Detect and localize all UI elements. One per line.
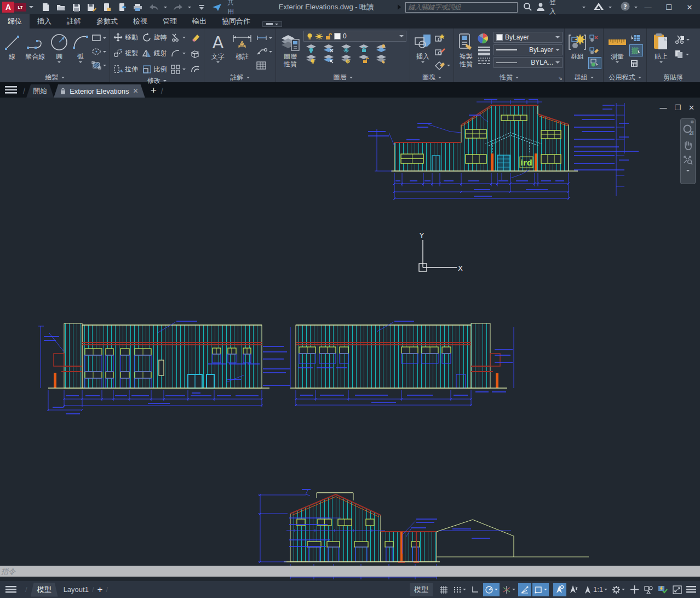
file-tab-document[interactable]: Exterior Elevations ✕ (54, 84, 145, 98)
layer-unisolate-icon[interactable] (323, 55, 334, 64)
panel-annotate-label[interactable]: 註解 (204, 73, 276, 82)
fillet-button[interactable] (171, 47, 187, 60)
color-combo[interactable]: ByLayer (494, 32, 563, 43)
erase-button[interactable] (190, 31, 201, 44)
new-drawing-tab-button[interactable]: + (151, 84, 157, 96)
group-selection-toggle[interactable] (589, 58, 601, 69)
group-button[interactable]: 群組 (568, 31, 587, 61)
customize-status-button[interactable] (685, 583, 698, 596)
ribbon-tab-annotate[interactable]: 註解 (59, 14, 89, 29)
qat-dropdown[interactable] (197, 2, 206, 12)
ribbon-tab-home[interactable]: 歸位 (0, 14, 30, 29)
ribbon-tab-insert[interactable]: 插入 (30, 14, 59, 29)
scale-button[interactable]: 比例 (142, 63, 168, 76)
ribbon-tab-parametric[interactable]: 參數式 (89, 14, 125, 29)
open-mobile-icon[interactable] (102, 2, 112, 12)
signin-caret[interactable] (582, 7, 586, 8)
array-button[interactable] (171, 63, 187, 76)
layer-combo[interactable]: 0 (303, 31, 406, 42)
layout-menu-icon[interactable] (0, 586, 22, 593)
navbar-close-icon[interactable]: ⊗ (690, 119, 694, 124)
cut-button[interactable] (674, 34, 690, 45)
layout1-tab[interactable]: Layout1 (64, 585, 89, 594)
layer-properties-button[interactable]: 圖層性質 (279, 31, 301, 69)
trim-button[interactable] (171, 31, 187, 44)
ribbon-tab-collaborate[interactable]: 協同合作 (214, 14, 258, 29)
panel-clipboard-label[interactable]: 剪貼簿 (647, 73, 699, 82)
layer-off-icon[interactable] (306, 44, 317, 53)
drawing-canvas[interactable]: — ❐ ✕ ⊗ 2D (0, 98, 700, 581)
file-tabs-menu-icon[interactable] (0, 82, 22, 98)
match-properties-button[interactable]: 複製性質 (457, 31, 475, 69)
search-icon[interactable] (523, 2, 532, 13)
share-icon[interactable] (212, 2, 222, 12)
command-line[interactable]: 指令 (0, 566, 700, 577)
insert-block-button[interactable]: 插入 (414, 31, 432, 63)
object-color-icon[interactable] (477, 32, 489, 44)
measure-button[interactable]: 測量 (607, 31, 628, 63)
circle-button[interactable]: 圓 (49, 31, 69, 63)
properties-dialog-launcher[interactable]: ⇘ (558, 76, 563, 81)
annotation-scale-button[interactable]: 1:1 (582, 583, 609, 596)
panel-draw-label[interactable]: 繪製 (0, 73, 110, 82)
navigation-bar[interactable]: ⊗ 2D (680, 118, 696, 184)
polar-tracking-toggle[interactable] (483, 583, 500, 596)
autocad-logo[interactable]: A LT (2, 2, 33, 13)
redo-caret[interactable] (188, 7, 191, 8)
plot-icon[interactable] (133, 2, 143, 12)
table-button[interactable] (256, 60, 272, 71)
panel-modify-label[interactable]: 修改 (110, 76, 204, 86)
linear-dim-button[interactable] (256, 32, 272, 43)
quick-calc-button[interactable] (630, 58, 642, 69)
viewport-minimize-icon[interactable]: — (659, 104, 667, 112)
ribbon-tab-manage[interactable]: 管理 (155, 14, 185, 29)
viewport-close-icon[interactable]: ✕ (688, 104, 695, 112)
ribbon-minimize-button[interactable] (262, 21, 282, 27)
ellipse-button[interactable] (91, 46, 106, 57)
linetype-icon[interactable] (477, 57, 491, 65)
panel-groups-label[interactable]: 群組 (565, 73, 603, 82)
panel-properties-label[interactable]: 性質 ⇘ (454, 73, 564, 82)
annotation-visibility-toggle[interactable] (553, 583, 566, 596)
workspace-switch-button[interactable] (610, 583, 627, 596)
maximize-button[interactable]: ☐ (658, 0, 679, 14)
autodesk-caret[interactable] (609, 7, 612, 8)
close-button[interactable]: ✕ (679, 0, 700, 14)
copy-button[interactable]: 複製 (113, 47, 139, 60)
polyline-button[interactable]: 聚合線 (24, 31, 48, 61)
mirror-button[interactable]: 鏡射 (142, 47, 168, 60)
leader-button[interactable] (256, 46, 272, 57)
text-button[interactable]: A 文字 (208, 31, 228, 63)
user-icon[interactable] (536, 2, 545, 13)
offset-button[interactable] (190, 63, 201, 76)
linetype-combo[interactable]: BYLA... (494, 57, 563, 68)
panel-block-label[interactable]: 圖塊 (410, 73, 454, 82)
paste-button[interactable]: 貼上 (650, 31, 672, 63)
graphics-performance-button[interactable] (656, 583, 669, 596)
minimize-button[interactable]: — (638, 0, 658, 14)
otrack-toggle[interactable] (518, 583, 531, 596)
snap-toggle[interactable] (451, 583, 468, 596)
layer-unlockall-icon[interactable] (358, 55, 369, 64)
redo-icon[interactable] (173, 2, 182, 12)
select-similar-button[interactable] (630, 45, 642, 56)
viewport-restore-icon[interactable]: ❐ (674, 104, 681, 112)
pan-hand-icon[interactable] (683, 140, 693, 150)
file-tab-start[interactable]: 開始 (26, 84, 54, 98)
autodesk-icon[interactable] (593, 2, 604, 12)
explode-button[interactable] (190, 47, 201, 60)
line-button[interactable]: 線 (3, 31, 21, 61)
copy-clip-button[interactable] (674, 49, 690, 60)
zoom-extents-icon[interactable] (683, 155, 693, 165)
ribbon-tab-view[interactable]: 檢視 (125, 14, 155, 29)
isodraft-toggle[interactable] (501, 583, 517, 596)
send-mobile-icon[interactable] (118, 2, 128, 12)
undo-caret[interactable] (164, 7, 167, 8)
edit-attribute-button[interactable] (434, 60, 450, 71)
layer-freeze-icon[interactable] (341, 44, 352, 53)
panel-layers-label[interactable]: 圖層 (276, 73, 410, 82)
arc-button[interactable]: 弧 (71, 31, 89, 63)
rectangle-button[interactable] (91, 32, 106, 43)
lineweight-icon[interactable] (477, 46, 491, 55)
stretch-button[interactable]: 拉伸 (113, 63, 139, 76)
